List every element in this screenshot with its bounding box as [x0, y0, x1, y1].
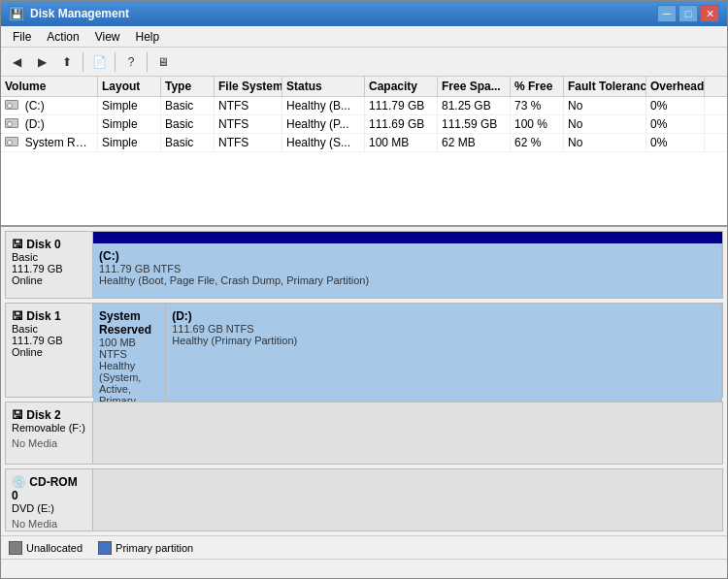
cdrom-icon: 💿: [12, 475, 26, 489]
table-row[interactable]: (C:) Simple Basic NTFS Healthy (B... 111…: [1, 97, 727, 115]
disk-2-type: Removable (F:): [12, 422, 86, 434]
cell-fault-1: No: [564, 115, 646, 133]
cell-overhead-2: 0%: [646, 134, 705, 151]
cell-volume-0: (C:): [1, 97, 98, 114]
partition-c-size: 111.79 GB NTFS: [99, 263, 715, 274]
menu-help[interactable]: Help: [128, 28, 168, 45]
legend-swatch-unallocated: [9, 541, 22, 555]
help-button[interactable]: ?: [119, 51, 143, 73]
cell-type-0: Basic: [161, 97, 215, 114]
col-header-pctfree[interactable]: % Free: [511, 77, 564, 96]
disk-icon-2: [5, 137, 18, 146]
disk-icon-1: [5, 118, 18, 128]
up-button[interactable]: ⬆: [55, 51, 79, 73]
toolbar-sep-1: [83, 52, 83, 72]
col-header-fs[interactable]: File System: [215, 77, 282, 96]
legend-unallocated: Unallocated: [9, 541, 83, 555]
partition-c[interactable]: (C:) 111.79 GB NTFS Healthy (Boot, Page …: [93, 243, 722, 298]
disk-0-type: Basic: [12, 251, 86, 263]
disk-0-status: Online: [12, 274, 86, 286]
legend-primary: Primary partition: [98, 541, 193, 555]
cell-layout-0: Simple: [98, 97, 161, 114]
cdrom-partitions: [93, 469, 722, 531]
forward-button[interactable]: ▶: [30, 51, 53, 73]
close-button[interactable]: ✕: [700, 5, 719, 22]
disk-0-partitions: (C:) 111.79 GB NTFS Healthy (Boot, Page …: [93, 232, 722, 298]
main-window: 💾 Disk Management ─ □ ✕ File Action View…: [0, 0, 728, 579]
disk-2-status: No Media: [12, 434, 86, 449]
disk-0-parts-row: (C:) 111.79 GB NTFS Healthy (Boot, Page …: [93, 243, 722, 298]
col-header-free[interactable]: Free Spa...: [438, 77, 511, 96]
cell-free-1: 111.59 GB: [438, 115, 511, 133]
col-header-layout[interactable]: Layout: [98, 77, 161, 96]
partition-sysres-size: 100 MB NTFS: [99, 337, 159, 360]
partition-c-name: (C:): [99, 249, 715, 263]
disk-0-bar: [93, 232, 722, 243]
cell-layout-2: Simple: [98, 134, 161, 151]
disk-label-2: 🖫 Disk 2 Removable (F:) No Media: [6, 402, 93, 464]
toolbar: ◀ ▶ ⬆ 📄 ? 🖥: [1, 48, 727, 77]
main-content: Volume Layout Type File System Status Ca…: [1, 77, 727, 578]
window-title: Disk Management: [30, 7, 129, 20]
cell-layout-1: Simple: [98, 115, 161, 133]
disk-row-cdrom: 💿 CD-ROM 0 DVD (E:) No Media: [5, 468, 723, 531]
disk-row-1: 🖫 Disk 1 Basic 111.79 GB Online System R…: [5, 303, 723, 398]
table-row[interactable]: (D:) Simple Basic NTFS Healthy (P... 111…: [1, 115, 727, 134]
col-header-fault[interactable]: Fault Tolerance: [564, 77, 646, 96]
disk-1-size: 111.79 GB: [12, 335, 86, 346]
back-button[interactable]: ◀: [5, 51, 28, 73]
title-controls: ─ □ ✕: [657, 5, 719, 22]
legend-bar: Unallocated Primary partition: [1, 535, 727, 559]
view-button[interactable]: 🖥: [151, 51, 175, 73]
menu-file[interactable]: File: [5, 28, 39, 45]
partition-c-status: Healthy (Boot, Page File, Crash Dump, Pr…: [99, 274, 715, 286]
col-header-type[interactable]: Type: [161, 77, 215, 96]
cell-capacity-1: 111.69 GB: [365, 115, 438, 133]
cell-free-2: 62 MB: [438, 134, 511, 151]
disk-label-cdrom: 💿 CD-ROM 0 DVD (E:) No Media: [6, 469, 93, 531]
cdrom-name: 💿 CD-ROM 0: [12, 475, 86, 502]
cell-type-2: Basic: [161, 134, 215, 151]
cell-free-0: 81.25 GB: [438, 97, 511, 114]
disk-1-partitions: System Reserved 100 MB NTFS Healthy (Sys…: [93, 304, 722, 397]
minimize-button[interactable]: ─: [657, 5, 677, 22]
menu-action[interactable]: Action: [39, 28, 86, 45]
table-row[interactable]: System Reserved Simple Basic NTFS Health…: [1, 134, 727, 152]
disk-label-0: 🖫 Disk 0 Basic 111.79 GB Online: [6, 232, 93, 298]
cell-fs-2: NTFS: [215, 134, 282, 151]
document-button[interactable]: 📄: [87, 51, 111, 73]
col-header-status[interactable]: Status: [282, 77, 365, 96]
cell-status-1: Healthy (P...: [282, 115, 365, 133]
disk-icon-0: [5, 100, 18, 110]
cell-volume-1: (D:): [1, 115, 98, 133]
disk-0-size: 111.79 GB: [12, 263, 86, 274]
legend-swatch-primary: [98, 541, 112, 555]
cdrom-status: No Media: [12, 514, 86, 530]
cell-overhead-1: 0%: [646, 115, 705, 133]
col-header-volume[interactable]: Volume: [1, 77, 98, 96]
toolbar-sep-3: [147, 52, 148, 72]
cell-fault-2: No: [564, 134, 646, 151]
col-header-overhead[interactable]: Overhead: [646, 77, 705, 96]
menu-view[interactable]: View: [87, 28, 128, 45]
disk-1-type: Basic: [12, 323, 86, 335]
disk-0-icon: 🖫: [12, 238, 23, 251]
disk-2-name: 🖫 Disk 2: [12, 408, 86, 422]
legend-label-primary: Primary partition: [116, 542, 193, 554]
menu-bar: File Action View Help: [1, 26, 727, 48]
col-header-capacity[interactable]: Capacity: [365, 77, 438, 96]
graph-panel: 🖫 Disk 0 Basic 111.79 GB Online (C:) 111…: [1, 227, 727, 535]
disk-1-name: 🖫 Disk 1: [12, 309, 86, 323]
maximize-button[interactable]: □: [678, 5, 698, 22]
disk-1-icon: 🖫: [12, 309, 23, 323]
cell-status-0: Healthy (B...: [282, 97, 365, 114]
cell-pct-0: 73 %: [511, 97, 564, 114]
disk-2-partitions: [93, 402, 722, 464]
disk-2-parts-row: [93, 402, 722, 464]
cell-capacity-2: 100 MB: [365, 134, 438, 151]
window-icon: 💾: [9, 6, 24, 21]
list-panel: Volume Layout Type File System Status Ca…: [1, 77, 727, 227]
status-bar: [1, 559, 727, 578]
cell-capacity-0: 111.79 GB: [365, 97, 438, 114]
list-header: Volume Layout Type File System Status Ca…: [1, 77, 727, 97]
